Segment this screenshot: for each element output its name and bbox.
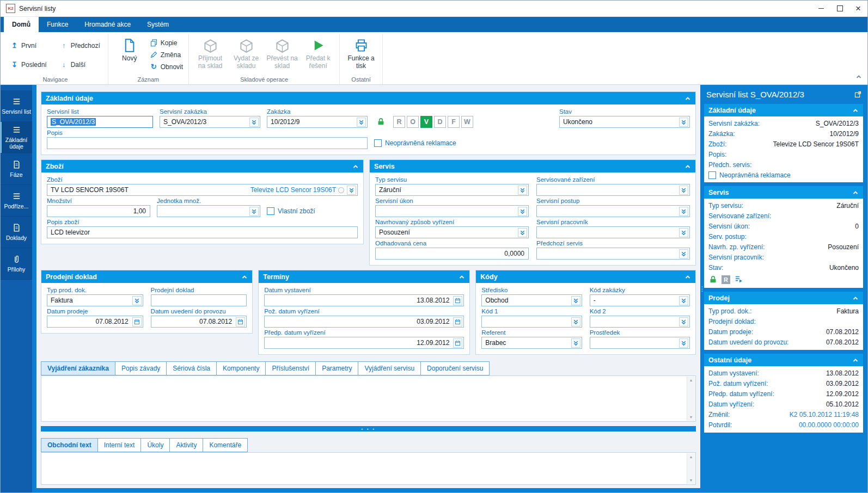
- dropdown-icon[interactable]: [249, 118, 259, 127]
- datum-uvedeni-input[interactable]: 07.08.2012: [151, 316, 247, 328]
- calendar-icon[interactable]: [453, 317, 462, 326]
- sidebar-item-doklady[interactable]: Doklady: [1, 217, 32, 248]
- code-select[interactable]: Obchod: [481, 294, 582, 306]
- close-button[interactable]: [849, 1, 867, 16]
- change-button[interactable]: Změna: [150, 51, 183, 59]
- open-in-window-icon[interactable]: [854, 90, 862, 98]
- date-input[interactable]: 03.09.2012: [264, 316, 464, 328]
- text-textarea[interactable]: [41, 452, 696, 485]
- horizontal-splitter[interactable]: [41, 426, 696, 432]
- text-tab[interactable]: Komentáře: [203, 438, 248, 452]
- calendar-icon[interactable]: [453, 296, 462, 305]
- detail-tab[interactable]: Parametry: [315, 361, 358, 375]
- dropdown-icon[interactable]: [571, 317, 580, 326]
- text-tab[interactable]: Interní text: [97, 438, 141, 452]
- state-flag[interactable]: V: [420, 116, 432, 128]
- dropdown-icon[interactable]: [679, 296, 688, 305]
- prodejni-doklad-input[interactable]: [151, 294, 247, 306]
- minimize-button[interactable]: [812, 1, 830, 16]
- dropdown-icon[interactable]: [571, 338, 580, 348]
- zbozi-select[interactable]: TV LCD SENCOR 19S06T Televize LCD Sencor…: [47, 184, 358, 196]
- predchozi-servis-select[interactable]: [536, 248, 690, 260]
- new-record-button[interactable]: Nový: [113, 35, 146, 75]
- last-record-button[interactable]: Poslední: [8, 59, 49, 70]
- vertical-splitter[interactable]: [700, 85, 704, 492]
- servisovane-zarizeni-select[interactable]: [536, 184, 690, 196]
- next-record-button[interactable]: Další: [58, 59, 102, 70]
- dropdown-icon[interactable]: [518, 228, 527, 237]
- typ-prod-dok-select[interactable]: Faktura: [47, 294, 143, 306]
- dropdown-icon[interactable]: [679, 207, 688, 216]
- ribbon-tab-funkce[interactable]: Funkce: [39, 17, 76, 32]
- dropdown-icon[interactable]: [249, 207, 259, 216]
- state-flag[interactable]: O: [407, 116, 419, 128]
- sidebar-item-servisni-list[interactable]: Servisní list: [1, 90, 32, 122]
- odhadovana-cena-input[interactable]: 0,0000: [375, 248, 529, 260]
- servisni-postup-select[interactable]: [536, 205, 690, 217]
- collapse-section-icon[interactable]: [852, 189, 859, 196]
- servisni-ukon-select[interactable]: [375, 205, 529, 217]
- sidebar-item-podrizene[interactable]: Podříze...: [1, 185, 32, 217]
- functions-print-button[interactable]: Funkce a tisk: [344, 35, 378, 75]
- state-flag[interactable]: W: [461, 116, 473, 128]
- transfer-to-stock-button[interactable]: Převést na sklad: [265, 35, 299, 75]
- collapse-section-icon[interactable]: [852, 107, 859, 114]
- checkbox[interactable]: [374, 139, 382, 147]
- zakazka-select[interactable]: 10/2012/9: [267, 116, 368, 128]
- ribbon-tab-system[interactable]: Systém: [139, 17, 177, 32]
- dropdown-icon[interactable]: [679, 118, 688, 127]
- servisni-pracovnik-select[interactable]: [536, 226, 690, 238]
- state-flag[interactable]: D: [434, 116, 446, 128]
- dropdown-icon[interactable]: [679, 186, 688, 195]
- dropdown-icon[interactable]: [679, 249, 688, 258]
- collapse-section-icon[interactable]: [852, 357, 859, 363]
- code-select[interactable]: [481, 316, 582, 328]
- datum-prodeje-input[interactable]: 07.08.2012: [47, 316, 143, 328]
- jednotka-select[interactable]: [157, 205, 260, 217]
- sidebar-item-prilohy[interactable]: Přílohy: [1, 248, 32, 280]
- collapse-panel-icon[interactable]: [684, 274, 691, 280]
- refresh-button[interactable]: Obnovit: [150, 63, 183, 71]
- collapse-ribbon-icon[interactable]: [855, 73, 862, 80]
- detail-tab[interactable]: Komponenty: [216, 361, 265, 375]
- ribbon-tab-hromadne-akce[interactable]: Hromadné akce: [76, 17, 139, 32]
- detail-tab[interactable]: Vyjádření zákazníka: [41, 361, 115, 375]
- dropdown-icon[interactable]: [357, 118, 366, 127]
- previous-record-button[interactable]: Předchozí: [58, 40, 102, 51]
- detail-tab[interactable]: Sériová čísla: [166, 361, 216, 375]
- goods-lookup-icon[interactable]: [338, 187, 344, 193]
- dropdown-icon[interactable]: [679, 338, 688, 348]
- scrollbar[interactable]: [687, 453, 695, 484]
- detail-tab[interactable]: Popis závady: [115, 361, 166, 375]
- dropdown-icon[interactable]: [679, 228, 688, 237]
- sidebar-item-zakladni-udaje[interactable]: Základní údaje: [1, 122, 32, 153]
- dropdown-icon[interactable]: [518, 186, 527, 195]
- ribbon-tab-domu[interactable]: Domů: [4, 17, 39, 32]
- calendar-icon[interactable]: [132, 317, 142, 326]
- collapse-panel-icon[interactable]: [684, 163, 691, 170]
- first-record-button[interactable]: První: [8, 40, 49, 51]
- detail-tab[interactable]: Doporučení servisu: [420, 361, 490, 375]
- dropdown-icon[interactable]: [571, 296, 580, 305]
- sidebar-item-faze[interactable]: Fáze: [1, 153, 32, 185]
- dropdown-icon[interactable]: [132, 296, 142, 305]
- servisni-list-input[interactable]: S_OVA/2012/3: [47, 116, 153, 128]
- text-tab[interactable]: Obchodní text: [41, 438, 97, 452]
- dropdown-icon[interactable]: [518, 207, 527, 216]
- checkbox[interactable]: [708, 171, 716, 179]
- calendar-icon[interactable]: [453, 338, 462, 348]
- code-select[interactable]: Brabec: [481, 337, 582, 349]
- collapse-section-icon[interactable]: [852, 295, 859, 301]
- zpusob-vyrizeni-select[interactable]: Posouzení: [375, 226, 529, 238]
- popis-input[interactable]: [47, 137, 368, 149]
- detail-tab[interactable]: Vyjádření servisu: [358, 361, 420, 375]
- issue-from-stock-button[interactable]: Vydat ze skladu: [229, 35, 263, 75]
- mnozstvi-input[interactable]: 1,00: [47, 205, 150, 217]
- date-input[interactable]: 13.08.2012: [264, 294, 464, 306]
- scrollbar[interactable]: [687, 377, 695, 421]
- servisni-zakazka-select[interactable]: S_OVA/2012/3: [160, 116, 260, 128]
- popis-zbozi-input[interactable]: LCD televizor: [47, 226, 358, 238]
- receive-to-stock-button[interactable]: Přijmout na sklad: [193, 35, 227, 75]
- code-select[interactable]: [590, 316, 690, 328]
- collapse-panel-icon[interactable]: [459, 274, 465, 280]
